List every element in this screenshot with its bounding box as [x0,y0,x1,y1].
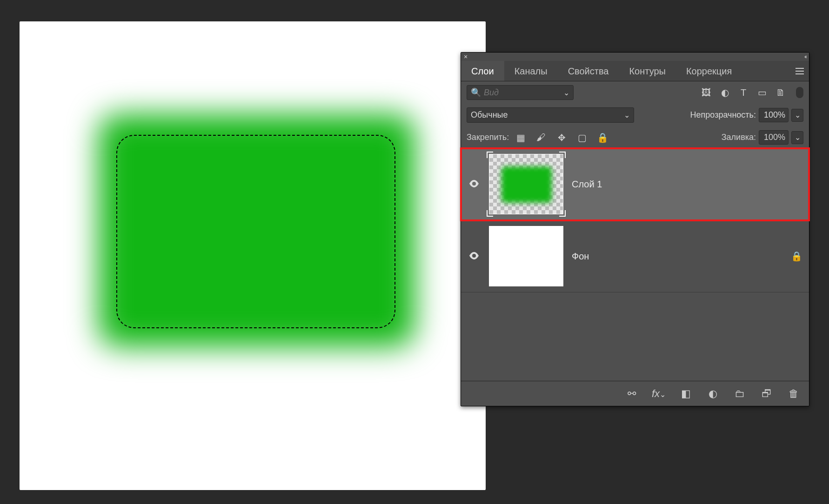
opacity-dropdown[interactable] [791,109,803,122]
link-layers-icon[interactable]: ⚯ [625,387,639,401]
tab-paths[interactable]: Контуры [619,61,675,81]
opacity-value[interactable]: 100% [759,108,789,122]
chevron-down-icon [624,110,630,120]
panel-menu-icon[interactable] [790,61,809,81]
layer-name[interactable]: Слой 1 [572,179,602,190]
tab-channels[interactable]: Каналы [504,61,558,81]
visibility-toggle[interactable] [468,179,481,190]
filter-smart-icon[interactable]: 🗎 [774,86,788,99]
lock-pixels-icon[interactable]: 🖌 [534,131,548,145]
filter-type-icon[interactable]: T [736,86,750,99]
close-icon[interactable]: × [464,53,468,60]
fill-value[interactable]: 100% [759,130,789,145]
tab-layers[interactable]: Слои [461,61,504,81]
layer-row[interactable]: Слой 1 [461,148,809,220]
adjustment-layer-icon[interactable]: ◐ [706,387,720,401]
lock-label: Закрепить: [467,133,509,142]
selection-marquee [116,135,395,328]
eye-icon [469,252,479,259]
blend-mode-select[interactable]: Обычные [467,107,634,123]
layers-panel: × ‹‹ Слои Каналы Свойства Контуры Коррек… [461,52,809,406]
fill-dropdown[interactable] [791,131,803,144]
filter-pixel-icon[interactable]: 🖼 [699,86,713,99]
layer-thumbnail[interactable] [489,154,563,214]
panel-footer: ⚯ fx ◧ ◐ 🗀 🗗 🗑 [461,381,809,406]
filter-shape-icon[interactable]: ▭ [755,86,769,99]
eye-icon [469,180,479,187]
panel-titlebar: × ‹‹ [461,53,809,61]
delete-layer-icon[interactable]: 🗑 [787,387,801,401]
fill-label: Заливка: [722,133,756,142]
blend-mode-value: Обычные [471,110,508,120]
canvas-area[interactable] [20,21,486,490]
chevron-down-icon [795,133,801,142]
chevron-down-icon [563,88,569,98]
layer-filter-input[interactable] [484,88,561,98]
lock-artboard-icon[interactable]: ▢ [575,131,589,145]
layer-row[interactable]: Фон 🔒 [461,220,809,292]
filter-adjust-icon[interactable]: ◐ [718,86,732,99]
search-icon: 🔍 [471,87,481,98]
lock-icon[interactable]: 🔒 [791,251,802,262]
lock-transparency-icon[interactable]: ▦ [514,131,528,145]
lock-position-icon[interactable]: ✥ [555,131,568,145]
lock-all-icon[interactable]: 🔒 [595,131,609,145]
chevron-down-icon [795,110,801,120]
new-group-icon[interactable]: 🗀 [733,387,747,401]
panel-tabs: Слои Каналы Свойства Контуры Коррекция [461,61,809,81]
tab-adjustments[interactable]: Коррекция [676,61,742,81]
filter-toggle[interactable] [796,87,803,98]
collapse-icon[interactable]: ‹‹ [804,53,806,60]
new-layer-icon[interactable]: 🗗 [760,387,774,401]
layer-list: Слой 1 Фон 🔒 [461,148,809,381]
layer-name[interactable]: Фон [572,251,589,262]
visibility-toggle[interactable] [468,251,481,262]
add-mask-icon[interactable]: ◧ [679,387,693,401]
layer-thumbnail[interactable] [489,226,563,286]
opacity-label: Непрозрачность: [690,110,756,120]
tab-properties[interactable]: Свойства [558,61,619,81]
fx-icon[interactable]: fx [652,387,666,401]
layer-filter-select[interactable]: 🔍 [467,85,574,100]
